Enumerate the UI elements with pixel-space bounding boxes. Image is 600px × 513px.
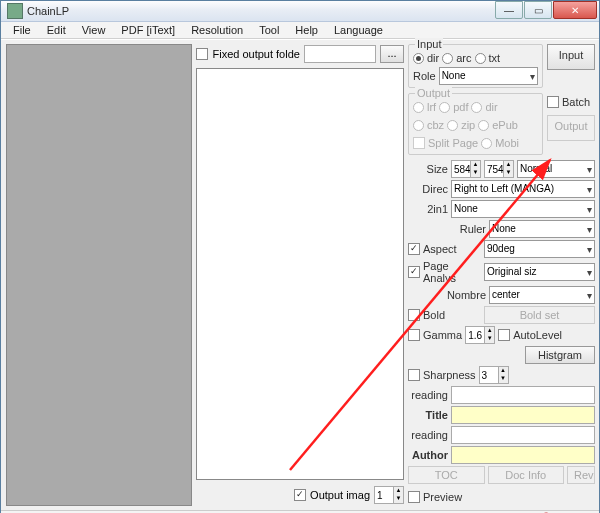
out-mobi-radio xyxy=(481,138,492,149)
fixed-output-folder-input[interactable] xyxy=(304,45,376,63)
input-group-title: Input xyxy=(415,38,443,50)
app-icon xyxy=(7,3,23,19)
reading2-label: reading xyxy=(408,429,448,441)
toc-button: TOC xyxy=(408,466,485,484)
title-input[interactable] xyxy=(451,406,595,424)
reading1-label: reading xyxy=(408,389,448,401)
reading1-input[interactable] xyxy=(451,386,595,404)
out-zip-radio xyxy=(447,120,458,131)
menu-resolution[interactable]: Resolution xyxy=(185,22,249,38)
docinfo-button: Doc Info xyxy=(488,466,565,484)
input-arc-radio[interactable] xyxy=(442,53,453,64)
out-pdf-radio xyxy=(439,102,450,113)
window-title: ChainLP xyxy=(27,5,494,17)
size-w-spin[interactable]: ▲▼ xyxy=(451,160,481,178)
split-page-checkbox xyxy=(413,137,425,149)
autolevel-checkbox[interactable] xyxy=(498,329,510,341)
aspect-select[interactable]: 90deg xyxy=(484,240,595,258)
fixed-output-folder-checkbox[interactable] xyxy=(196,48,208,60)
input-txt-radio[interactable] xyxy=(475,53,486,64)
preview-panel xyxy=(6,44,192,506)
bold-checkbox[interactable] xyxy=(408,309,420,321)
maximize-button[interactable]: ▭ xyxy=(524,1,552,19)
reading2-input[interactable] xyxy=(451,426,595,444)
title-label: Title xyxy=(408,409,448,421)
nombre-label: Nombre xyxy=(408,289,486,301)
nombre-select[interactable]: center xyxy=(489,286,595,304)
author-input[interactable] xyxy=(451,446,595,464)
output-image-label: Output imag xyxy=(310,489,370,501)
output-image-checkbox[interactable] xyxy=(294,489,306,501)
menu-tool[interactable]: Tool xyxy=(253,22,285,38)
twoin1-label: 2in1 xyxy=(408,203,448,215)
out-lrf-radio xyxy=(413,102,424,113)
out-epub-radio xyxy=(478,120,489,131)
bold-set-button: Bold set xyxy=(484,306,595,324)
sharpness-spin[interactable]: ▲▼ xyxy=(479,366,509,384)
preview-label: Preview xyxy=(423,491,462,503)
minimize-button[interactable]: — xyxy=(495,1,523,19)
aspect-checkbox[interactable] xyxy=(408,243,420,255)
file-list[interactable] xyxy=(196,68,404,480)
input-button[interactable]: Input xyxy=(547,44,595,70)
size-h-spin[interactable]: ▲▼ xyxy=(484,160,514,178)
direc-select[interactable]: Right to Left (MANGA) xyxy=(451,180,595,198)
ruler-select[interactable]: None xyxy=(489,220,595,238)
menu-edit[interactable]: Edit xyxy=(41,22,72,38)
menu-pdf[interactable]: PDF [iText] xyxy=(115,22,181,38)
output-image-spin[interactable]: ▲▼ xyxy=(374,486,404,504)
twoin1-select[interactable]: None xyxy=(451,200,595,218)
menu-file[interactable]: File xyxy=(7,22,37,38)
rev-button: Rev xyxy=(567,466,595,484)
sharpness-checkbox[interactable] xyxy=(408,369,420,381)
preview-checkbox[interactable] xyxy=(408,491,420,503)
gamma-checkbox[interactable] xyxy=(408,329,420,341)
out-dir-radio xyxy=(471,102,482,113)
histgram-button[interactable]: Histgram xyxy=(525,346,595,364)
bold-label: Bold xyxy=(423,309,481,321)
input-dir-radio[interactable] xyxy=(413,53,424,64)
menubar: File Edit View PDF [iText] Resolution To… xyxy=(1,22,599,39)
autolevel-label: AutoLevel xyxy=(513,329,562,341)
page-checkbox[interactable] xyxy=(408,266,420,278)
output-group-title: Output xyxy=(415,87,452,99)
direc-label: Direc xyxy=(408,183,448,195)
size-mode-select[interactable]: Normal xyxy=(517,160,595,178)
gamma-label: Gamma xyxy=(423,329,462,341)
out-cbz-radio xyxy=(413,120,424,131)
role-select[interactable]: None xyxy=(439,67,538,85)
aspect-label: Aspect xyxy=(423,243,481,255)
menu-help[interactable]: Help xyxy=(289,22,324,38)
author-label: Author xyxy=(408,449,448,461)
fixed-output-folder-label: Fixed output folde xyxy=(212,48,299,60)
browse-folder-button[interactable]: ... xyxy=(380,45,404,63)
role-label: Role xyxy=(413,70,436,82)
close-button[interactable]: ✕ xyxy=(553,1,597,19)
page-select[interactable]: Original siz xyxy=(484,263,595,281)
output-button: Output xyxy=(547,115,595,141)
batch-checkbox[interactable] xyxy=(547,96,559,108)
titlebar: ChainLP — ▭ ✕ xyxy=(1,1,599,22)
ruler-label: Ruler xyxy=(408,223,486,235)
menu-language[interactable]: Language xyxy=(328,22,389,38)
page-label: Page Analys xyxy=(423,260,481,284)
gamma-spin[interactable]: ▲▼ xyxy=(465,326,495,344)
menu-view[interactable]: View xyxy=(76,22,112,38)
sharpness-label: Sharpness xyxy=(423,369,476,381)
size-label: Size xyxy=(408,163,448,175)
